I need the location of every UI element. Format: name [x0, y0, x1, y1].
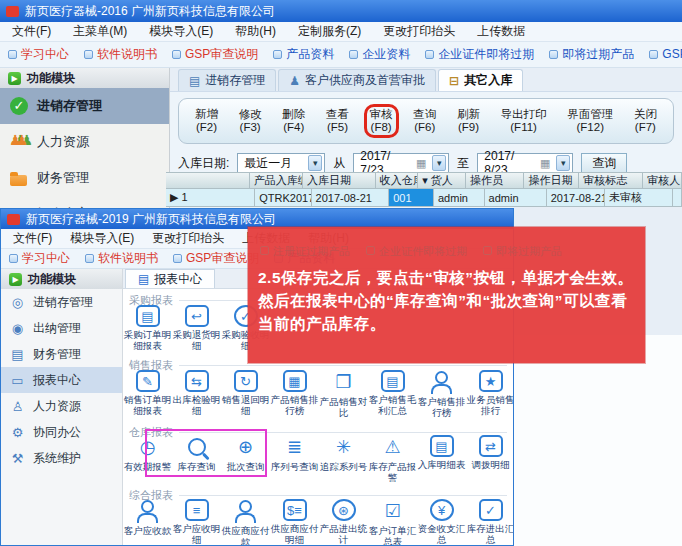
table-header-cell[interactable]: 入库日期 — [303, 172, 376, 189]
report-launcher[interactable]: $≡ 供应商应付明细 — [270, 499, 319, 546]
sidebar-item[interactable]: ⚙ 协同办公 — [1, 419, 122, 445]
date-to-picker[interactable]: 2017/ 8/23 ▾ — [477, 153, 573, 173]
toolbar-button[interactable]: 企业资料 — [349, 46, 410, 63]
sidebar-item[interactable]: ♙ 人力资源 — [1, 393, 122, 419]
report-launcher[interactable]: ✎ 销售订单明细报表 — [123, 370, 172, 418]
menu-item[interactable]: 主菜单(M) — [73, 23, 127, 40]
report-launcher[interactable]: ☑ 客户订单汇总表 — [368, 499, 417, 546]
report-launcher[interactable]: ▤ 客户销售毛利汇总 — [368, 370, 417, 418]
toolbar-button[interactable]: GSP审查说明 — [173, 250, 259, 267]
menu-item[interactable]: 更改打印抬头 — [152, 230, 224, 247]
toolbar-button[interactable]: 软件说明书 — [85, 250, 158, 267]
function-button-label: 刷新 — [457, 108, 480, 121]
tab-label: 进销存管理 — [205, 72, 265, 89]
report-launcher[interactable]: ↻ 销售退回明细 — [221, 370, 270, 418]
query-button[interactable]: 查询 — [581, 153, 627, 174]
report-launcher[interactable]: ⇆ 出库检验明细 — [172, 370, 221, 418]
report-launcher[interactable]: ⊕ 批次查询 — [221, 435, 270, 483]
report-launcher[interactable]: ★ 业务员销售排行 — [466, 370, 514, 418]
chevron-down-icon[interactable]: ▾ — [308, 155, 322, 171]
toolbar-button[interactable]: 学习中心 — [8, 46, 69, 63]
table-header-cell[interactable]: 收入仓库 — [376, 172, 418, 189]
tab-report-center[interactable]: ▤ 报表中心 — [125, 269, 215, 288]
document-tab[interactable]: ▤ 进销存管理 — [178, 69, 276, 91]
toolbar-button[interactable]: 企业证件即将过期 — [425, 46, 534, 63]
function-button[interactable]: 刷新 (F9) — [451, 104, 486, 138]
report-launcher[interactable]: ✓ 库存进出汇总 — [466, 499, 514, 546]
table-cell: 2017-08-21 — [312, 189, 390, 207]
launcher-label: 批次查询 — [222, 461, 270, 472]
window1-titlebar[interactable]: 新页医疗器械-2016 广州新页科技信息有限公司 — [0, 0, 682, 22]
function-button[interactable]: 界面管理 (F12) — [561, 104, 619, 138]
sidebar-item[interactable]: 财务管理 — [0, 160, 169, 196]
toolbar-button[interactable]: GSP审查说明 — [172, 46, 258, 63]
function-button[interactable]: 查看 (F5) — [320, 104, 355, 138]
table-header-cell[interactable]: 操作员 — [466, 172, 525, 189]
sidebar-item[interactable]: ◎ 进销存管理 — [1, 289, 122, 315]
launcher-label: 采购订单明细报表 — [124, 329, 172, 351]
report-launcher[interactable]: ≣ 序列号查询 — [270, 435, 319, 483]
function-button[interactable]: 导出打印 (F11) — [495, 104, 553, 138]
sidebar-item[interactable]: ⚒ 系统维护 — [1, 445, 122, 471]
menu-item[interactable]: 模块导入(E) — [70, 230, 134, 247]
sidebar-item[interactable]: ◉ 出纳管理 — [1, 315, 122, 341]
function-button[interactable]: 删除 (F4) — [276, 104, 311, 138]
document-tab[interactable]: ⊟ 其它入库 — [438, 69, 523, 91]
toolbar-button[interactable]: 学习中心 — [9, 250, 70, 267]
table-header-cell[interactable]: ▾ 货人 — [418, 172, 466, 189]
toolbar-button[interactable]: GSP参数设置 — [649, 46, 682, 63]
report-launcher[interactable]: ❐ 产品销售对比 — [319, 370, 368, 418]
menu-item[interactable]: 上传数据 — [477, 23, 525, 40]
report-launcher[interactable]: 供应商应付款 — [221, 499, 270, 546]
menu-item[interactable]: 帮助(H) — [235, 23, 276, 40]
report-launcher[interactable]: ▦ 产品销售排行榜 — [270, 370, 319, 418]
date-range-select[interactable]: 最近一月 ▾ — [237, 153, 325, 173]
report-launcher[interactable]: ⇄ 调拨明细 — [466, 435, 514, 483]
table-header-cell[interactable]: 审核标志 — [579, 172, 643, 189]
date-from-picker[interactable]: 2017/ 7/23 ▾ — [353, 153, 449, 173]
function-button-hotkey: (F6) — [413, 121, 436, 134]
report-launcher[interactable]: ▤ 入库明细表 — [417, 435, 466, 483]
sidebar-item[interactable]: 进销存管理 — [0, 88, 169, 124]
report-launcher[interactable]: ≡ 客户应收明细 — [172, 499, 221, 546]
sidebar-item[interactable]: 人力资源 — [0, 124, 169, 160]
report-launcher[interactable]: ⊛ 产品进出统计 — [319, 499, 368, 546]
document-tab[interactable]: ♟ 客户供应商及首营审批 — [278, 69, 436, 91]
function-button[interactable]: 查询 (F6) — [407, 104, 442, 138]
table-header-cell[interactable]: 操作日期 — [524, 172, 579, 189]
table-header-cell[interactable]: 产品入库编号 — [250, 172, 303, 189]
window2-titlebar[interactable]: 新页医疗器械-2019 广州新页科技信息有限公司 — [1, 209, 513, 229]
report-launcher[interactable]: ⚠ 库存产品报警 — [368, 435, 417, 483]
toolbar-button[interactable]: 软件说明书 — [84, 46, 157, 63]
toolbar-button[interactable]: 即将过期产品 — [549, 46, 634, 63]
app-logo-icon — [7, 214, 20, 225]
report-launcher[interactable]: ◷ 有效期报警 — [123, 435, 172, 483]
function-button[interactable]: 关闭 (F7) — [628, 104, 663, 138]
menu-item[interactable]: 模块导入(E) — [149, 23, 213, 40]
report-launcher[interactable]: 客户应收款 — [123, 499, 172, 546]
chevron-down-icon[interactable]: ▾ — [432, 155, 446, 171]
report-launcher[interactable]: ↩ 采购退货明细 — [172, 305, 221, 351]
report-launcher[interactable]: ▤ 采购订单明细报表 — [123, 305, 172, 351]
report-launcher[interactable]: 库存查询 — [172, 435, 221, 483]
tab-label: 客户供应商及首营审批 — [305, 72, 425, 89]
menu-item[interactable]: 定制服务(Z) — [298, 23, 361, 40]
menu-item[interactable]: 文件(F) — [12, 23, 51, 40]
function-button[interactable]: 审核 (F8) — [364, 104, 399, 138]
chevron-down-icon[interactable]: ▾ — [556, 155, 570, 171]
warehouse-report-row: ◷ 有效期报警 库存查询 ⊕ 批次查询 ≣ 序列号查询 — [123, 435, 513, 483]
report-launcher[interactable]: ✳ 追踪系列号 — [319, 435, 368, 483]
launcher-label: 产品销售对比 — [320, 396, 368, 418]
menu-item[interactable]: 更改打印抬头 — [383, 23, 455, 40]
table-row[interactable]: ▶ 1QTRK201708...2017-08-21001adminadmin2… — [166, 189, 682, 207]
function-button[interactable]: 新增 (F2) — [189, 104, 224, 138]
table-header-cell[interactable] — [166, 172, 250, 189]
menu-item[interactable]: 文件(F) — [13, 230, 52, 247]
function-button[interactable]: 修改 (F3) — [233, 104, 268, 138]
sidebar-item[interactable]: ▤ 财务管理 — [1, 341, 122, 367]
report-launcher[interactable]: 客户销售排行榜 — [417, 370, 466, 418]
table-header-cell[interactable]: 审核人 — [643, 172, 682, 189]
report-launcher[interactable]: ¥ 资金收支汇总 — [417, 499, 466, 546]
toolbar-button[interactable]: 产品资料 — [273, 46, 334, 63]
sidebar-item[interactable]: ▭ 报表中心 — [1, 367, 122, 393]
